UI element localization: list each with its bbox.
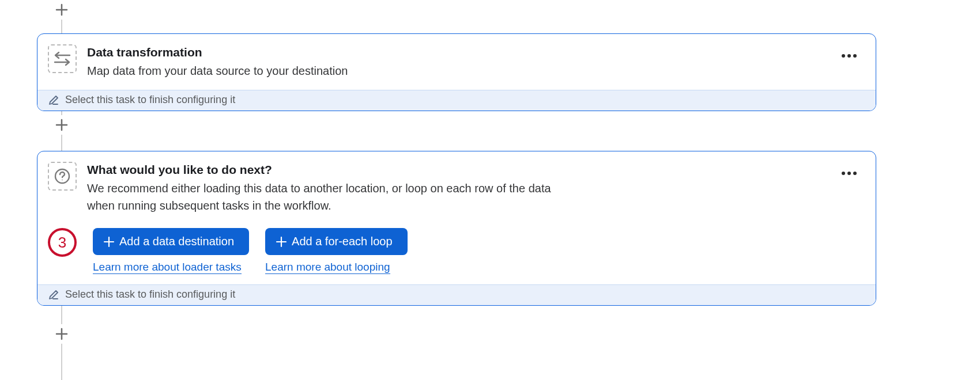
task-description: We recommend either loading this data to…: [87, 180, 560, 214]
plus-icon: [55, 119, 68, 131]
step-annotation: 3: [48, 228, 77, 257]
learn-loader-link[interactable]: Learn more about loader tasks: [93, 261, 242, 274]
task-more-button[interactable]: [836, 162, 862, 185]
svg-point-9: [62, 180, 63, 181]
task-config-banner[interactable]: Select this task to finish configuring i…: [37, 90, 876, 111]
step-annotation-number: 3: [58, 234, 66, 252]
add-step-button[interactable]: [52, 324, 71, 344]
question-icon: [48, 162, 77, 191]
add-data-destination-button[interactable]: Add a data destination: [93, 228, 249, 255]
plus-icon: [55, 3, 68, 16]
plus-icon: [103, 236, 115, 248]
task-more-button[interactable]: [836, 44, 862, 67]
add-for-each-loop-button[interactable]: Add a for-each loop: [265, 228, 408, 255]
transform-icon: [48, 44, 77, 73]
task-title: Data transformation: [87, 44, 836, 60]
task-description: Map data from your data source to your d…: [87, 62, 560, 79]
plus-icon: [276, 236, 287, 248]
task-card-transformation[interactable]: Data transformation Map data from your d…: [37, 33, 876, 111]
task-title: What would you like to do next?: [87, 162, 836, 177]
task-config-banner[interactable]: Select this task to finish configuring i…: [37, 284, 876, 305]
add-step-button[interactable]: [52, 115, 71, 135]
edit-icon: [48, 289, 59, 301]
task-config-text: Select this task to finish configuring i…: [65, 288, 235, 301]
learn-looping-link[interactable]: Learn more about looping: [265, 261, 390, 274]
plus-icon: [55, 328, 68, 340]
button-label: Add a data destination: [119, 235, 234, 248]
edit-icon: [48, 94, 59, 106]
task-config-text: Select this task to finish configuring i…: [65, 94, 235, 106]
task-card-next-step[interactable]: What would you like to do next? We recom…: [37, 151, 876, 306]
button-label: Add a for-each loop: [292, 235, 393, 248]
add-step-button[interactable]: [52, 0, 71, 20]
